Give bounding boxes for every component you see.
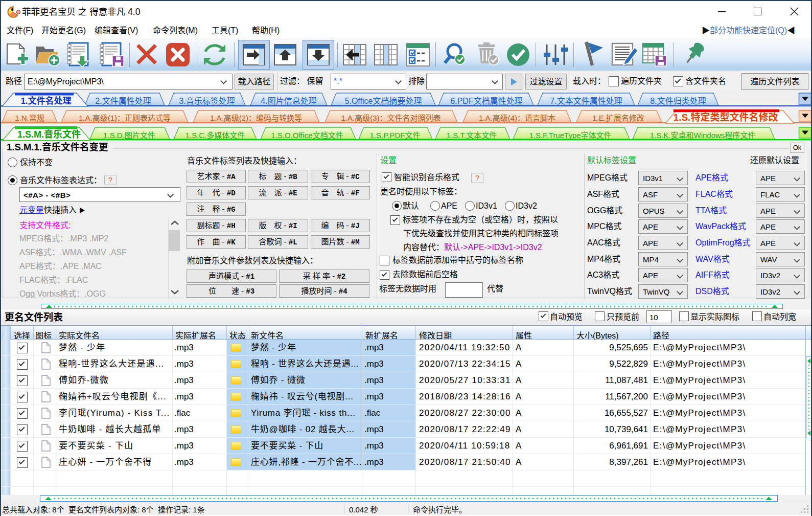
svg-text:8.文件归类处理: 8.文件归类处理 xyxy=(650,97,706,105)
svg-text:7.文本文件属性处理: 7.文本文件属性处理 xyxy=(550,97,622,105)
svg-text:1.S.F.TrueType字体文件: 1.S.F.TrueType字体文件 xyxy=(529,131,611,140)
svg-text:5.Office文档摘要处理: 5.Office文档摘要处理 xyxy=(345,97,422,105)
svg-text:1.A.高级(3)：文件名对照列表: 1.A.高级(3)：文件名对照列表 xyxy=(341,114,440,122)
svg-text:1.E.扩展名修改: 1.E.扩展名修改 xyxy=(592,114,644,122)
svg-text:1.A.高级(2)：编码与转换等: 1.A.高级(2)：编码与转换等 xyxy=(210,114,302,122)
svg-text:1.S.K.安卓和Windows程序文件: 1.S.K.安卓和Windows程序文件 xyxy=(650,131,756,140)
svg-text:1.S.特定类型文件名修改: 1.S.特定类型文件名修改 xyxy=(674,111,778,123)
svg-text:1.文件名处理: 1.文件名处理 xyxy=(20,96,71,106)
svg-text:1.S.O.Office文档文件: 1.S.O.Office文档文件 xyxy=(271,131,343,140)
svg-text:1.A.高级(1)：正则表达式等: 1.A.高级(1)：正则表达式等 xyxy=(79,114,171,122)
svg-text:1.A.高级(4)：语言脚本: 1.A.高级(4)：语言脚本 xyxy=(479,114,555,122)
svg-text:2.文件属性处理: 2.文件属性处理 xyxy=(95,97,151,105)
svg-text:3.音乐标签处理: 3.音乐标签处理 xyxy=(179,97,235,105)
svg-text:1.S.T.文本文件: 1.S.T.文本文件 xyxy=(447,131,497,140)
svg-text:1.S.D.图片文件: 1.S.D.图片文件 xyxy=(103,131,155,140)
svg-text:1.S.P.PDF文件: 1.S.P.PDF文件 xyxy=(370,131,421,140)
svg-text:6.PDF文档属性处理: 6.PDF文档属性处理 xyxy=(450,97,522,105)
svg-text:4.图片信息处理: 4.图片信息处理 xyxy=(261,97,316,105)
svg-text:1.S.M.音乐文件: 1.S.M.音乐文件 xyxy=(17,129,81,140)
svg-text:1.S.C.多媒体文件: 1.S.C.多媒体文件 xyxy=(185,131,245,140)
svg-text:1.N.常规: 1.N.常规 xyxy=(15,114,44,122)
